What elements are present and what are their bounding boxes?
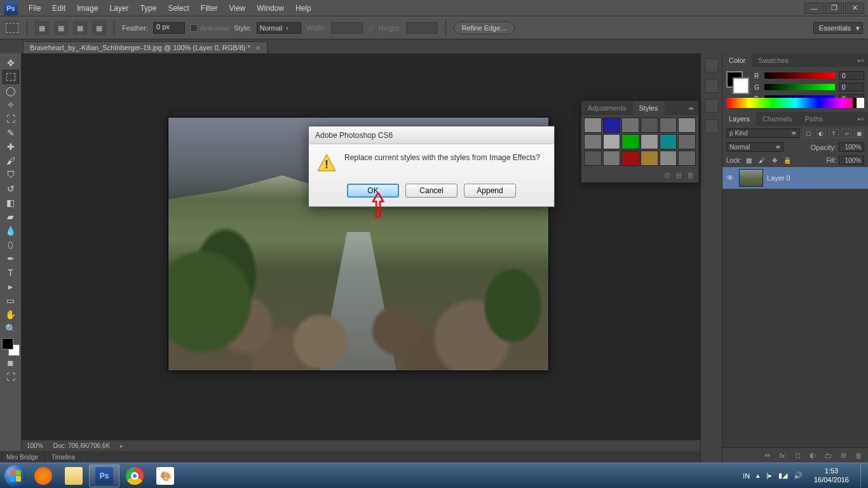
style-swatch[interactable] [621,151,639,166]
link-layers-icon[interactable]: ⇔ [761,451,773,461]
r-value[interactable]: 0 [839,71,864,80]
filter-adjustment-icon[interactable]: ◐ [816,129,826,138]
tray-clock[interactable]: 1:53 16/04/2016 [809,467,854,484]
menu-file[interactable]: File [23,4,46,13]
style-select[interactable]: Normal▾ [257,22,301,34]
maximize-button[interactable]: ❐ [825,3,844,14]
r-slider[interactable] [764,72,835,79]
style-swatch[interactable] [660,151,677,166]
eyedropper-tool[interactable]: ✎ [3,126,19,140]
swatches-tab[interactable]: Swatches [752,53,795,67]
opacity-value[interactable]: 100% [839,142,864,152]
minimize-button[interactable]: — [804,3,824,14]
paths-tab[interactable]: Paths [799,112,829,126]
style-swatch[interactable] [621,118,639,133]
close-button[interactable]: ✕ [845,3,864,14]
tray-expand-icon[interactable]: ▴ [756,471,760,480]
path-selection-tool[interactable]: ▸ [3,280,19,294]
menu-view[interactable]: View [223,4,251,13]
refine-edge-button[interactable]: Refine Edge... [454,22,515,34]
menu-edit[interactable]: Edit [46,4,71,13]
style-swatch[interactable] [641,151,658,166]
lock-position-icon[interactable]: ✥ [770,156,780,165]
color-tab[interactable]: Color [722,53,752,67]
taskbar-firefox[interactable] [28,464,58,487]
eraser-tool[interactable]: ◧ [3,196,19,210]
menu-help[interactable]: Help [290,4,317,13]
style-swatch[interactable] [584,151,602,166]
crop-tool[interactable]: ⛶ [3,112,19,126]
style-swatch[interactable] [584,134,602,149]
layer-item[interactable]: 👁 Layer 0 [722,167,868,189]
zoom-level[interactable]: 100% [27,442,43,449]
tool-preset-icon[interactable] [5,21,19,35]
antialias-checkbox[interactable] [190,24,198,32]
zoom-tool[interactable]: 🔍 [3,322,19,336]
menu-filter[interactable]: Filter [195,4,224,13]
adjustment-layer-icon[interactable]: ◐ [807,451,818,461]
style-swatch[interactable] [603,118,621,133]
filter-shape-icon[interactable]: ▱ [841,129,851,138]
intersect-selection-icon[interactable]: ▦ [92,21,106,35]
blend-mode-select[interactable]: Normal≑ [726,142,783,152]
color-spectrum[interactable] [726,98,864,108]
color-panel-menu-icon[interactable]: ▸≡ [854,57,868,64]
delete-style-icon[interactable]: 🗑 [687,171,695,180]
g-value[interactable]: 0 [839,83,864,92]
style-swatch[interactable] [603,134,621,149]
character-panel-icon[interactable] [705,119,719,133]
layers-tab[interactable]: Layers [722,112,756,126]
properties-panel-icon[interactable] [705,79,719,93]
add-selection-icon[interactable]: ▦ [54,21,68,35]
style-swatch[interactable] [584,118,602,133]
menu-image[interactable]: Image [71,4,104,13]
layer-thumbnail[interactable] [739,169,763,187]
style-swatch[interactable] [678,151,696,166]
menu-window[interactable]: Window [251,4,290,13]
lock-pixels-icon[interactable]: 🖌 [757,156,767,165]
style-swatch[interactable] [603,151,621,166]
type-tool[interactable]: T [3,266,19,280]
menu-select[interactable]: Select [162,4,194,13]
channels-tab[interactable]: Channels [756,112,798,126]
foreground-background-swatch[interactable] [2,338,20,356]
move-tool[interactable]: ✥ [3,56,19,70]
brush-panel-icon[interactable] [705,99,719,113]
hand-tool[interactable]: ✋ [3,308,19,322]
layer-mask-icon[interactable]: ◻ [792,451,803,461]
healing-brush-tool[interactable]: ✚ [3,140,19,154]
taskbar-explorer[interactable] [58,464,89,487]
styles-tab[interactable]: Styles [633,101,665,115]
new-selection-icon[interactable]: ▦ [35,21,49,35]
new-layer-icon[interactable]: ⊞ [837,451,849,461]
blur-tool[interactable]: 💧 [3,224,19,238]
dodge-tool[interactable]: ⬯ [3,238,19,252]
history-panel-icon[interactable] [705,58,719,72]
styles-panel-menu-icon[interactable]: ◂▸ [684,105,698,111]
filter-type-icon[interactable]: T [829,129,839,138]
magic-wand-tool[interactable]: ✧ [3,98,19,112]
cancel-button[interactable]: Cancel [405,184,458,198]
rectangle-tool[interactable]: ▭ [3,294,19,308]
g-slider[interactable] [764,84,835,90]
clear-style-icon[interactable]: ⊘ [664,171,670,180]
panel-swatch[interactable] [726,71,749,94]
filter-pixel-icon[interactable]: ▢ [803,129,813,138]
tray-network-icon[interactable]: ▮◢ [778,471,787,480]
layer-name[interactable]: Layer 0 [767,174,790,182]
style-swatch[interactable] [641,134,658,149]
menu-layer[interactable]: Layer [104,4,134,13]
language-indicator[interactable]: IN [743,472,750,480]
clone-stamp-tool[interactable]: ⛉ [3,168,19,182]
marquee-tool[interactable] [3,70,19,84]
mini-bridge-tab[interactable]: Mini Bridge [0,451,45,463]
style-swatch[interactable] [678,134,696,149]
taskbar-chrome[interactable] [119,464,150,487]
layer-group-icon[interactable]: 🗀 [822,451,834,461]
timeline-tab[interactable]: Timeline [45,451,82,463]
lock-transparency-icon[interactable]: ▩ [744,156,754,165]
append-button[interactable]: Append [464,184,516,198]
style-swatch[interactable] [660,134,677,149]
lasso-tool[interactable]: ◯ [3,84,19,98]
gradient-tool[interactable]: ▰ [3,210,19,224]
